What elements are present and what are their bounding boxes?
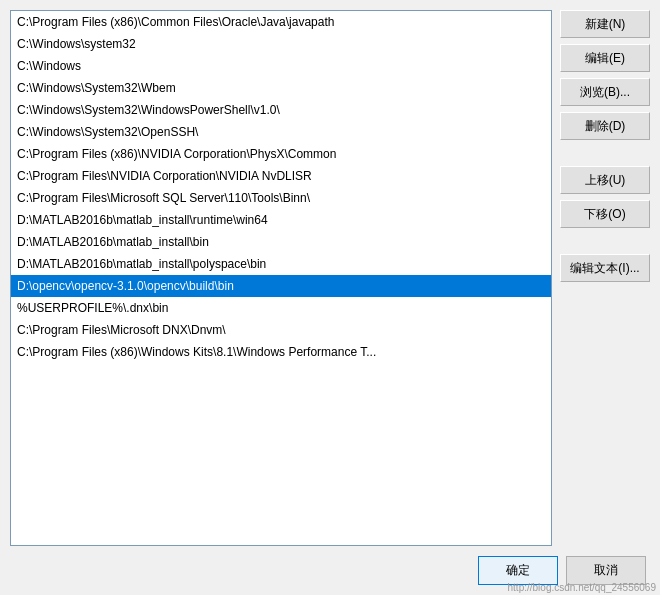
watermark: http://blog.csdn.net/qq_24556069 — [508, 582, 656, 593]
ok-button[interactable]: 确定 — [478, 556, 558, 585]
delete-button[interactable]: 删除(D) — [560, 112, 650, 140]
bottom-bar: 确定 取消 — [10, 556, 650, 585]
list-item[interactable]: D:\opencv\opencv-3.1.0\opencv\build\bin — [11, 275, 551, 297]
browse-button[interactable]: 浏览(B)... — [560, 78, 650, 106]
list-item[interactable]: C:\Program Files\Microsoft SQL Server\11… — [11, 187, 551, 209]
path-list-container[interactable]: C:\Program Files (x86)\Common Files\Orac… — [10, 10, 552, 546]
list-item[interactable]: C:\Program Files (x86)\NVIDIA Corporatio… — [11, 143, 551, 165]
list-item[interactable]: C:\Windows\system32 — [11, 33, 551, 55]
move-up-button[interactable]: 上移(U) — [560, 166, 650, 194]
list-item[interactable]: C:\Program Files (x86)\Windows Kits\8.1\… — [11, 341, 551, 363]
list-item[interactable]: C:\Windows\System32\WindowsPowerShell\v1… — [11, 99, 551, 121]
edit-text-button[interactable]: 编辑文本(I)... — [560, 254, 650, 282]
list-item[interactable]: D:\MATLAB2016b\matlab_install\polyspace\… — [11, 253, 551, 275]
main-content: C:\Program Files (x86)\Common Files\Orac… — [10, 10, 650, 546]
list-item[interactable]: C:\Program Files\NVIDIA Corporation\NVID… — [11, 165, 551, 187]
move-down-button[interactable]: 下移(O) — [560, 200, 650, 228]
list-item[interactable]: C:\Windows\System32\Wbem — [11, 77, 551, 99]
dialog: C:\Program Files (x86)\Common Files\Orac… — [0, 0, 660, 595]
list-item[interactable]: C:\Program Files\Microsoft DNX\Dnvm\ — [11, 319, 551, 341]
new-button[interactable]: 新建(N) — [560, 10, 650, 38]
list-item[interactable]: C:\Program Files (x86)\Common Files\Orac… — [11, 11, 551, 33]
cancel-button[interactable]: 取消 — [566, 556, 646, 585]
list-item[interactable]: C:\Windows — [11, 55, 551, 77]
list-item[interactable]: C:\Windows\System32\OpenSSH\ — [11, 121, 551, 143]
list-item[interactable]: D:\MATLAB2016b\matlab_install\bin — [11, 231, 551, 253]
list-item[interactable]: %USERPROFILE%\.dnx\bin — [11, 297, 551, 319]
list-item[interactable]: D:\MATLAB2016b\matlab_install\runtime\wi… — [11, 209, 551, 231]
edit-button[interactable]: 编辑(E) — [560, 44, 650, 72]
buttons-panel: 新建(N) 编辑(E) 浏览(B)... 删除(D) 上移(U) 下移(O) 编… — [560, 10, 650, 546]
